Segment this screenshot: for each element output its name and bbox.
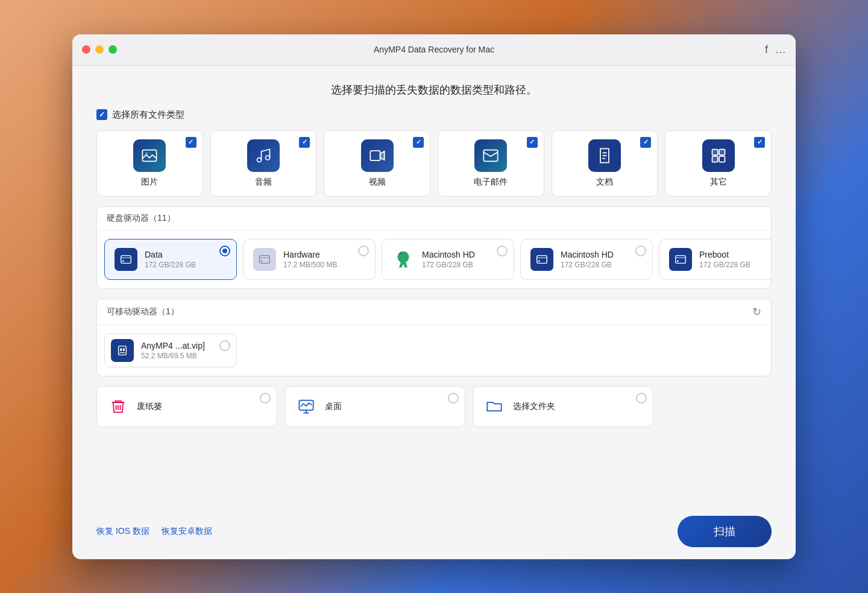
svg-rect-4 [370, 150, 380, 160]
audio-check [299, 137, 310, 148]
titlebar: AnyMP4 Data Recovery for Mac f … [72, 34, 796, 66]
select-all-checkbox[interactable] [96, 109, 107, 120]
drive-macintosh1-icon [392, 248, 415, 271]
svg-rect-11 [712, 156, 717, 162]
svg-rect-10 [719, 149, 725, 154]
drive-macintosh1-size: 172 GB/228 GB [422, 261, 475, 269]
folder-label: 选择文件夹 [513, 401, 555, 412]
file-type-other[interactable]: 其它 [665, 130, 772, 197]
drive-hardware-info: Hardware 17.2 MB/500 MB [283, 250, 337, 269]
svg-rect-5 [484, 150, 498, 161]
hard-drives-section: 硬盘驱动器（11） Data 172 GB/228 GB [96, 206, 772, 289]
drive-hardware-name: Hardware [283, 250, 337, 259]
file-type-email[interactable]: 电子邮件 [438, 130, 544, 197]
file-type-image[interactable]: 图片 [96, 130, 203, 197]
usb1-size: 52.2 MB/69.5 MB [141, 352, 205, 360]
select-all-row: 选择所有文件类型 [96, 109, 772, 121]
footer: 恢复 IOS 数据 恢复安卓数据 扫描 [72, 506, 796, 559]
folder-icon [483, 395, 506, 418]
other-icon [710, 147, 727, 164]
chat-icon[interactable]: … [775, 43, 786, 56]
audio-label: 音频 [255, 177, 272, 188]
drive-macintosh1[interactable]: Macintosh HD 172 GB/228 GB [382, 239, 514, 280]
ios-recovery-link[interactable]: 恢复 IOS 数据 [96, 526, 149, 537]
drive-macintosh2-size: 172 GB/228 GB [561, 261, 614, 269]
drive-preboot-info: Preboot 172 GB/228 GB [699, 250, 750, 269]
video-check [413, 137, 424, 148]
desktop-radio[interactable] [448, 393, 459, 404]
other-icon-wrapper [702, 139, 735, 172]
special-folder[interactable]: 选择文件夹 [473, 386, 653, 427]
trash-icon [107, 395, 130, 418]
desktop-icon [295, 395, 318, 418]
hard-drives-title: 硬盘驱动器（11） [107, 213, 761, 224]
special-desktop[interactable]: 桌面 [285, 386, 465, 427]
svg-rect-27 [123, 348, 125, 351]
email-icon [482, 147, 499, 164]
removable-drives-section: 可移动驱动器（1） ↻ [96, 299, 772, 376]
minimize-button[interactable] [95, 45, 104, 54]
svg-point-2 [257, 157, 262, 162]
drive-macintosh2-info: Macintosh HD 172 GB/228 GB [561, 250, 614, 269]
image-icon [141, 147, 158, 164]
app-title: AnyMP4 Data Recovery for Mac [374, 45, 494, 54]
svg-rect-13 [121, 255, 131, 263]
drive-preboot[interactable]: Preboot 172 GB/228 GB [659, 239, 771, 280]
drive-data-name: Data [145, 250, 196, 259]
drive-hardware-radio[interactable] [358, 246, 369, 256]
folder-radio-circle [636, 393, 647, 404]
window-controls [82, 45, 117, 54]
close-button[interactable] [82, 45, 90, 54]
image-icon-wrapper [133, 139, 166, 172]
file-type-audio[interactable]: 音频 [210, 130, 317, 197]
android-recovery-link[interactable]: 恢复安卓数据 [162, 526, 212, 537]
main-content: 选择要扫描的丢失数据的数据类型和路径。 选择所有文件类型 图片 [72, 66, 796, 506]
removable-drive-usb1[interactable]: AnyMP4 ...at.vip] 52.2 MB/69.5 MB [104, 334, 237, 367]
drive-preboot-icon [669, 248, 692, 271]
footer-links: 恢复 IOS 数据 恢复安卓数据 [96, 526, 212, 537]
drive-preboot-size: 172 GB/228 GB [699, 261, 750, 269]
drive-data-size: 172 GB/228 GB [145, 261, 196, 269]
drives-scroll-container[interactable]: Data 172 GB/228 GB Hardware 17.2 MB/500 … [97, 230, 771, 288]
document-icon [596, 147, 613, 164]
scan-button[interactable]: 扫描 [678, 516, 772, 547]
trash-radio[interactable] [260, 393, 271, 404]
drive-macintosh2-name: Macintosh HD [561, 250, 614, 259]
video-icon-wrapper [361, 139, 394, 172]
email-icon-wrapper [474, 139, 507, 172]
drive-macintosh2[interactable]: Macintosh HD 172 GB/228 GB [520, 239, 653, 280]
trash-label: 废纸篓 [137, 401, 162, 412]
drive-macintosh2-icon [530, 248, 553, 271]
svg-point-24 [677, 260, 679, 262]
drive-data[interactable]: Data 172 GB/228 GB [104, 239, 237, 280]
svg-rect-9 [712, 149, 717, 154]
svg-rect-26 [120, 348, 122, 351]
drive-hardware[interactable]: Hardware 17.2 MB/500 MB [243, 239, 376, 280]
usb1-icon [111, 339, 134, 362]
audio-icon-wrapper [247, 139, 280, 172]
special-trash[interactable]: 废纸篓 [96, 386, 277, 427]
document-check [640, 137, 651, 148]
svg-point-3 [266, 156, 270, 160]
video-icon [369, 147, 386, 164]
drive-data-radio[interactable] [219, 246, 230, 256]
removable-drives-title: 可移动驱动器（1） [107, 306, 747, 317]
drive-macintosh2-radio[interactable] [635, 246, 646, 256]
trash-radio-circle [260, 393, 271, 404]
refresh-icon[interactable]: ↻ [752, 305, 761, 319]
drive-data-info: Data 172 GB/228 GB [145, 250, 196, 269]
maximize-button[interactable] [108, 45, 117, 54]
file-type-document[interactable]: 文档 [552, 130, 658, 197]
desktop-radio-circle [448, 393, 459, 404]
drive-hardware-icon [253, 248, 276, 271]
video-label: 视频 [369, 177, 386, 188]
document-label: 文档 [596, 177, 613, 188]
file-type-video[interactable]: 视频 [324, 130, 430, 197]
facebook-icon[interactable]: f [765, 43, 768, 56]
drive-macintosh1-radio[interactable] [497, 246, 508, 256]
svg-point-15 [122, 260, 124, 262]
svg-rect-22 [676, 255, 686, 263]
folder-radio[interactable] [636, 393, 647, 404]
hard-drives-header: 硬盘驱动器（11） [97, 207, 771, 230]
usb1-info: AnyMP4 ...at.vip] 52.2 MB/69.5 MB [141, 341, 205, 360]
